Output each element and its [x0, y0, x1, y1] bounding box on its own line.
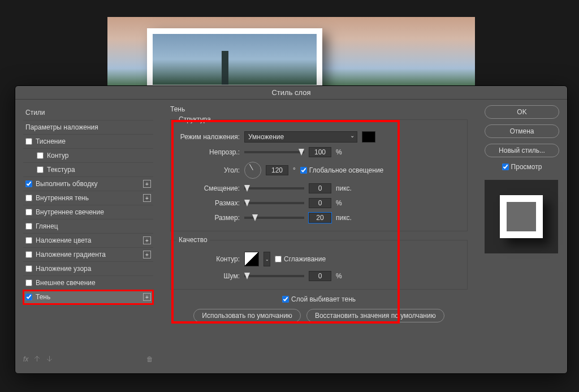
distance-thumb[interactable] [244, 185, 250, 192]
size-thumb[interactable] [252, 214, 258, 221]
inner-shadow-add-icon[interactable]: + [143, 194, 151, 202]
stroke-label: Выполнить обводку [36, 180, 98, 188]
preview-checkbox[interactable]: Просмотр [485, 163, 559, 171]
quality-legend: Качество [176, 236, 210, 244]
structure-legend: Структура [176, 115, 213, 123]
fx-icon[interactable]: fx [23, 355, 28, 363]
move-down-icon[interactable]: 🡣 [46, 355, 53, 363]
quality-group: Качество Контур: ⌄ Сглаживание Шум: % [170, 236, 468, 290]
gradient-overlay-add-icon[interactable]: + [143, 251, 151, 259]
style-color-overlay[interactable]: Наложение цвета+ [23, 234, 153, 248]
size-unit: пикс. [336, 214, 352, 222]
distance-unit: пикс. [336, 184, 352, 192]
trash-icon[interactable]: 🗑 [146, 355, 153, 363]
noise-input[interactable] [309, 271, 331, 281]
shadow-color-swatch[interactable] [362, 131, 375, 143]
spread-input[interactable] [309, 198, 331, 208]
inner-shadow-label: Внутренняя тень [36, 194, 89, 202]
drop-shadow-label: Тень [36, 293, 50, 301]
structure-group: Структура Режим наложения: Умножение Неп… [170, 115, 468, 231]
cancel-button[interactable]: Отмена [485, 124, 559, 138]
opacity-input[interactable] [309, 147, 331, 157]
new-style-button[interactable]: Новый стиль... [485, 144, 559, 157]
style-texture[interactable]: Текстура [23, 163, 153, 177]
style-contour[interactable]: Контур [23, 149, 153, 163]
reset-default-button[interactable]: Восстановить значения по умолчанию [306, 309, 444, 322]
spread-thumb[interactable] [244, 200, 250, 206]
outer-glow-label: Внешнее свечение [36, 279, 96, 287]
ok-button[interactable]: OK [485, 105, 559, 119]
distance-input[interactable] [309, 183, 331, 193]
noise-slider[interactable] [244, 275, 304, 277]
distance-slider[interactable] [244, 187, 304, 189]
styles-header[interactable]: Стили [23, 105, 153, 120]
preview-inner [500, 195, 543, 238]
spread-slider[interactable] [244, 202, 304, 204]
antialias-label: Сглаживание [284, 255, 326, 263]
style-gradient-overlay[interactable]: Наложение градиента+ [23, 248, 153, 262]
bevel-checkbox[interactable] [25, 138, 32, 145]
style-stroke[interactable]: Выполнить обводку+ [23, 177, 153, 191]
make-default-button[interactable]: Использовать по умолчанию [193, 309, 301, 322]
style-pattern-overlay[interactable]: Наложение узора [23, 262, 153, 276]
satin-label: Глянец [36, 222, 58, 230]
inner-shadow-checkbox[interactable] [25, 195, 32, 201]
bevel-label: Тиснение [36, 137, 66, 145]
knockout-checkbox[interactable]: Слой выбивает тень [282, 295, 356, 303]
contour-swatch[interactable] [244, 252, 259, 266]
outer-glow-checkbox[interactable] [25, 279, 32, 286]
distance-label: Смещение: [176, 184, 240, 192]
blend-mode-select[interactable]: Умножение [244, 131, 357, 143]
noise-label: Шум: [176, 272, 240, 280]
stroke-add-icon[interactable]: + [143, 180, 151, 188]
pattern-overlay-checkbox[interactable] [25, 265, 32, 272]
color-overlay-label: Наложение цвета [36, 236, 91, 244]
style-drop-shadow[interactable]: Тень+ [23, 290, 153, 304]
noise-unit: % [336, 272, 342, 280]
global-light-label: Глобальное освещение [309, 166, 383, 174]
texture-checkbox[interactable] [37, 166, 44, 173]
style-outer-glow[interactable]: Внешнее свечение [23, 276, 153, 290]
drop-shadow-checkbox[interactable] [25, 294, 32, 300]
styles-sidebar: Стили Параметры наложения Тиснение Конту… [15, 100, 161, 372]
opacity-thumb[interactable] [299, 149, 304, 156]
angle-dial[interactable] [244, 162, 261, 179]
angle-input[interactable] [266, 165, 288, 175]
gradient-overlay-checkbox[interactable] [25, 251, 32, 258]
drop-shadow-add-icon[interactable]: + [143, 293, 151, 301]
photo-content [153, 34, 317, 85]
contour-dropdown-icon[interactable]: ⌄ [263, 252, 270, 266]
color-overlay-add-icon[interactable]: + [143, 236, 151, 244]
antialias-checkbox[interactable]: Сглаживание [275, 255, 326, 263]
knockout-label: Слой выбивает тень [291, 295, 356, 303]
angle-label: Угол: [176, 166, 240, 174]
global-light-checkbox[interactable]: Глобальное освещение [300, 166, 383, 174]
angle-unit: ° [293, 166, 296, 174]
blending-options[interactable]: Параметры наложения [23, 120, 153, 135]
opacity-slider[interactable] [244, 151, 304, 153]
style-inner-glow[interactable]: Внутреннее свечение [23, 205, 153, 219]
texture-label: Текстура [47, 166, 75, 174]
photo-frame [147, 28, 322, 91]
settings-panel: Тень Структура Режим наложения: Умножени… [161, 100, 477, 372]
spread-unit: % [336, 199, 342, 207]
inner-glow-label: Внутреннее свечение [36, 208, 104, 216]
inner-glow-checkbox[interactable] [25, 209, 32, 216]
style-inner-shadow[interactable]: Внутренняя тень+ [23, 191, 153, 205]
stroke-checkbox[interactable] [25, 180, 32, 187]
dialog-title: Стиль слоя [15, 86, 567, 100]
size-input[interactable] [309, 213, 331, 223]
style-bevel[interactable]: Тиснение [23, 135, 153, 149]
satin-checkbox[interactable] [25, 223, 32, 230]
style-satin[interactable]: Глянец [23, 219, 153, 234]
blend-mode-label: Режим наложения: [176, 133, 240, 141]
layer-style-dialog: Стиль слоя Стили Параметры наложения Тис… [15, 85, 568, 374]
pattern-overlay-label: Наложение узора [36, 265, 91, 273]
color-overlay-checkbox[interactable] [25, 237, 32, 244]
blending-label: Параметры наложения [25, 123, 98, 131]
size-slider[interactable] [244, 217, 304, 219]
gradient-overlay-label: Наложение градиента [36, 251, 106, 259]
move-up-icon[interactable]: 🡡 [34, 355, 41, 363]
contour-checkbox[interactable] [37, 152, 44, 159]
noise-thumb[interactable] [244, 273, 250, 279]
